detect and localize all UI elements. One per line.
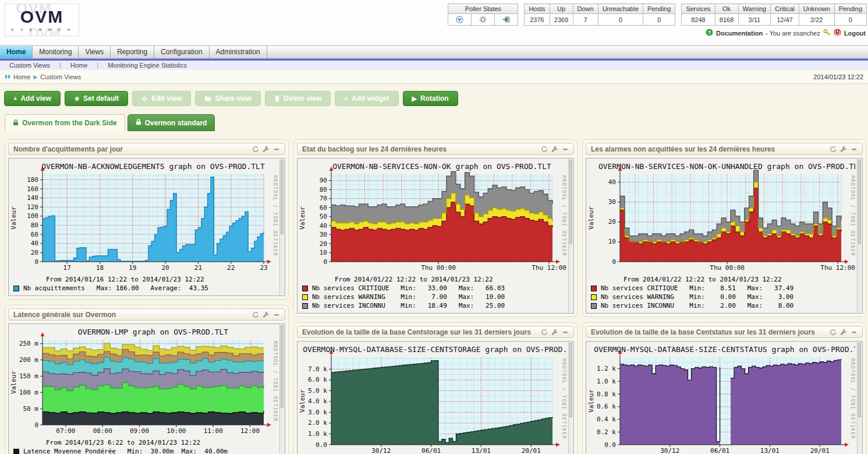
minimize-icon[interactable]: [851, 329, 858, 336]
widget-title: Les alarmes non acquittées sur les 24 de…: [586, 145, 830, 153]
widget-centstorage: Evolution de la taille de la base Centst…: [293, 322, 578, 454]
svg-text:RRDTOOL / TOBI OETIKER: RRDTOOL / TOBI OETIKER: [272, 341, 278, 422]
minimize-icon[interactable]: [562, 146, 569, 153]
poller-gear-icon[interactable]: [478, 15, 488, 24]
wrench-icon[interactable]: [551, 329, 558, 336]
legend-swatch: [13, 286, 19, 291]
refresh-icon[interactable]: [252, 146, 259, 153]
view-tab-dark-side[interactable]: Overmon from the Dark Side: [5, 114, 125, 131]
widget-scrollbar[interactable]: [279, 159, 284, 295]
legend-swatch: [302, 286, 308, 291]
wrench-icon[interactable]: [263, 146, 270, 153]
svg-text:50 m: 50 m: [23, 405, 39, 413]
services-total[interactable]: 8248: [682, 14, 715, 26]
svg-text:0.2 k: 0.2 k: [597, 428, 616, 436]
share-view-button[interactable]: Share view: [195, 91, 261, 106]
minimize-icon[interactable]: [273, 146, 280, 153]
hosts-unreachable[interactable]: 0: [598, 14, 643, 26]
widget-header[interactable]: Evolution de la taille de la base Centst…: [297, 326, 574, 338]
widget-scrollbar[interactable]: [279, 325, 284, 454]
rotation-button[interactable]: ▶Rotation: [403, 91, 458, 106]
nav-tab-administration[interactable]: Administration: [210, 46, 267, 58]
graph-period: From 2014/01/22 12:22 to 2014/01/23 12:2…: [591, 275, 855, 284]
widget-column: Etat du backlog sur les 24 dernières heu…: [293, 139, 578, 454]
refresh-icon[interactable]: [830, 329, 837, 336]
services-ok[interactable]: 8168: [715, 14, 738, 26]
services-unknown[interactable]: 2/22: [799, 14, 834, 26]
documentation-link[interactable]: Documentation: [716, 30, 763, 37]
svg-text:10: 10: [320, 249, 327, 256]
widget-body: 0.01.0 k2.0 k3.0 k4.0 k5.0 k6.0 k7.0 k30…: [297, 341, 574, 454]
poller-export-icon[interactable]: [501, 15, 512, 24]
services-warning[interactable]: 3/11: [738, 14, 771, 26]
graph-footer: From 2014/01/23 6:22 to 2014/01/23 12:22…: [10, 438, 278, 454]
widget-scrollbar[interactable]: [568, 159, 573, 312]
wrench-icon[interactable]: [840, 146, 847, 153]
widget-header[interactable]: Les alarmes non acquittées sur les 24 de…: [586, 143, 863, 155]
graph-footer: From 2014/01/22 12:22 to 2014/01/23 12:2…: [299, 274, 566, 311]
subnav-home[interactable]: Home: [61, 62, 97, 69]
svg-text:0: 0: [612, 258, 616, 266]
wrench-icon[interactable]: [551, 146, 558, 153]
refresh-icon[interactable]: [541, 329, 548, 336]
svg-text:13/01: 13/01: [760, 447, 780, 454]
breadcrumb-home[interactable]: Home: [13, 73, 30, 80]
svg-text:100 m: 100 m: [19, 389, 38, 396]
minimize-icon[interactable]: [273, 311, 280, 318]
widget-scrollbar[interactable]: [857, 159, 862, 312]
add-widget-button[interactable]: +Add widget: [335, 91, 398, 106]
edit-view-button[interactable]: Edit view: [132, 91, 191, 106]
svg-text:20: 20: [608, 218, 616, 226]
svg-text:18: 18: [96, 264, 104, 272]
services-critical[interactable]: 12/47: [771, 14, 799, 26]
wrench-icon[interactable]: [840, 329, 847, 336]
graph-period: From 2014/01/23 6:22 to 2014/01/23 12:22: [13, 438, 278, 447]
hosts-total[interactable]: 2376: [525, 14, 550, 26]
nav-tab-monitoring[interactable]: Monitoring: [33, 46, 79, 58]
hosts-pending[interactable]: 0: [643, 14, 675, 26]
nav-tab-configuration[interactable]: Configuration: [154, 46, 209, 58]
widget-header[interactable]: Etat du backlog sur les 24 dernières heu…: [297, 143, 574, 155]
graph-footer: From 2014/01/16 12:22 to 2014/01/23 12:2…: [10, 274, 278, 294]
help-icon[interactable]: ?: [706, 29, 713, 37]
widget-body: 0102030405060708090Thu 00:00Thu 12:00OVE…: [297, 158, 574, 314]
set-default-button[interactable]: ★Set default: [65, 91, 128, 106]
add-view-button[interactable]: +Add view: [4, 91, 61, 106]
widget-header[interactable]: Latence générale sur Overmon: [8, 308, 285, 321]
app-logo[interactable]: OVM OVM OVM O V E R M O N: [5, 3, 79, 36]
breadcrumb-custom-views[interactable]: Custom Views: [40, 73, 81, 80]
widget-backlog: Etat du backlog sur les 24 dernières heu…: [293, 139, 578, 317]
subnav-engine-statistics[interactable]: Monitoring Engine Statistics: [98, 62, 196, 69]
widget-title: Latence générale sur Overmon: [9, 311, 252, 319]
refresh-icon[interactable]: [252, 311, 259, 318]
breadcrumb-row: Home ▶ Custom Views 2014/01/23 12:22: [0, 70, 868, 84]
breadcrumb-chevrons-icon: [5, 73, 12, 80]
minimize-icon[interactable]: [562, 329, 569, 336]
delete-view-button[interactable]: Delete view: [265, 91, 331, 106]
hosts-down[interactable]: 7: [573, 14, 598, 26]
refresh-icon[interactable]: [541, 146, 548, 153]
nav-tab-views[interactable]: Views: [79, 46, 111, 58]
main-nav: Home Monitoring Views Reporting Configur…: [0, 45, 868, 59]
svg-text:150 m: 150 m: [19, 372, 38, 380]
wrench-icon[interactable]: [263, 311, 270, 318]
widget-scrollbar[interactable]: [568, 342, 573, 454]
nav-tab-reporting[interactable]: Reporting: [111, 46, 154, 58]
poller-clock-icon[interactable]: [455, 15, 465, 24]
minimize-icon[interactable]: [851, 146, 858, 153]
widget-scrollbar[interactable]: [857, 342, 862, 454]
logout-link[interactable]: Logout: [844, 30, 866, 37]
nav-tab-home[interactable]: Home: [0, 46, 33, 58]
widget-header[interactable]: Nombre d'acquittements par jour: [8, 143, 285, 155]
view-tab-overmon-standard[interactable]: Overmon standard: [127, 114, 215, 131]
widget-header[interactable]: Evolution de la taille de la base Centst…: [586, 326, 863, 338]
hosts-up[interactable]: 2369: [550, 14, 573, 26]
services-pending[interactable]: 0: [834, 14, 866, 26]
svg-text:10:00: 10:00: [166, 427, 186, 435]
hosts-col: Unreachable: [598, 4, 643, 14]
key-icon[interactable]: [823, 29, 831, 37]
subnav-custom-views[interactable]: Custom Views: [0, 62, 59, 69]
refresh-icon[interactable]: [830, 146, 837, 153]
power-icon[interactable]: [834, 29, 841, 37]
widget-title: Evolution de la taille de la base Centst…: [297, 328, 541, 336]
